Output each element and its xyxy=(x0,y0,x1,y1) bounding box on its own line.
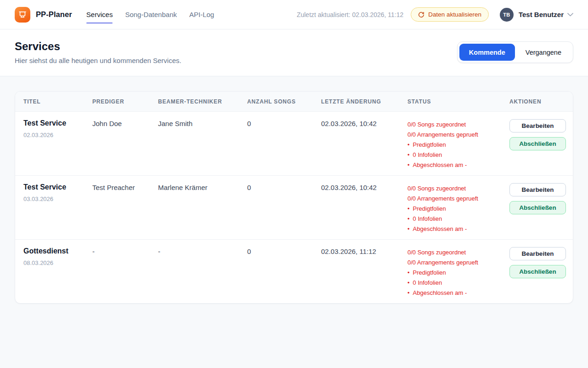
page-head: Services Hier siehst du alle heutigen un… xyxy=(0,29,588,76)
service-date: 08.03.2026 xyxy=(23,259,92,266)
service-title: Test Service xyxy=(23,119,92,128)
status-item-abgeschlossen: •Abgeschlossen am - xyxy=(407,288,509,298)
status-item-predigtfolien: •Predigtfolien xyxy=(407,140,509,150)
last-change-cell: 02.03.2026, 11:12 xyxy=(321,247,407,298)
refresh-data-button[interactable]: Daten aktualisieren xyxy=(411,7,489,22)
status-item-predigtfolien: •Predigtfolien xyxy=(407,204,509,214)
bullet-icon: • xyxy=(407,224,410,234)
bullet-icon: • xyxy=(407,214,410,224)
chevron-down-icon xyxy=(567,13,573,17)
toggle-kommende-button[interactable]: Kommende xyxy=(459,44,515,61)
status-songs-assigned: 0/0 Songs zugeordnet xyxy=(407,247,509,258)
preacher-cell: Test Preacher xyxy=(92,183,158,234)
service-title: Test Service xyxy=(23,183,92,192)
user-name: Test Benutzer xyxy=(519,11,564,18)
songs-count-cell: 0 xyxy=(247,119,321,170)
bullet-icon: • xyxy=(407,140,410,150)
edit-button[interactable]: Bearbeiten xyxy=(509,247,566,260)
status-item-label: 0 Infofolien xyxy=(413,278,442,288)
service-date: 02.03.2026 xyxy=(23,132,92,138)
topbar-right: Zuletzt aktualisiert: 02.03.2026, 11:12 … xyxy=(297,7,573,22)
bullet-icon: • xyxy=(407,160,410,170)
songs-count-cell: 0 xyxy=(247,247,321,298)
complete-button[interactable]: Abschließen xyxy=(509,137,566,150)
refresh-button-label: Daten aktualisieren xyxy=(428,11,481,18)
services-table-card: Titel Prediger Beamer-Techniker Anzahl S… xyxy=(15,91,573,304)
edit-button[interactable]: Bearbeiten xyxy=(509,183,566,196)
nav-tab-services[interactable]: Services xyxy=(86,9,113,20)
status-cell: 0/0 Songs zugeordnet 0/0 Arrangements ge… xyxy=(407,247,509,298)
status-item-abgeschlossen: •Abgeschlossen am - xyxy=(407,224,509,234)
status-item-abgeschlossen: •Abgeschlossen am - xyxy=(407,160,509,170)
main-nav: Services Song-Datenbank API-Log xyxy=(86,9,214,20)
status-item-label: Predigtfolien xyxy=(413,268,446,278)
status-cell: 0/0 Songs zugeordnet 0/0 Arrangements ge… xyxy=(407,119,509,170)
status-item-label: Predigtfolien xyxy=(413,140,446,150)
topbar: PP-Planer Services Song-Datenbank API-Lo… xyxy=(0,0,588,29)
nav-tab-api-log[interactable]: API-Log xyxy=(189,9,214,20)
page-title: Services xyxy=(15,40,181,53)
preacher-cell: John Doe xyxy=(92,119,158,170)
page-head-text: Services Hier siehst du alle heutigen un… xyxy=(15,40,181,64)
status-item-infofolien: •0 Infofolien xyxy=(407,214,509,224)
column-header-status: Status xyxy=(407,98,509,105)
bullet-icon: • xyxy=(407,268,410,278)
column-header-beamer-techniker: Beamer-Techniker xyxy=(158,98,247,105)
toggle-vergangene-button[interactable]: Vergangene xyxy=(516,44,571,61)
last-change-cell: 02.03.2026, 10:42 xyxy=(321,119,407,170)
status-songs-assigned: 0/0 Songs zugeordnet xyxy=(407,184,509,194)
edit-button[interactable]: Bearbeiten xyxy=(509,119,566,132)
user-menu-trigger[interactable]: TB Test Benutzer xyxy=(500,8,573,22)
service-title: Gottesdienst xyxy=(23,247,92,256)
user-avatar: TB xyxy=(500,8,514,22)
table-row: Test Service 03.03.2026 Test Preacher Ma… xyxy=(15,175,573,239)
table-header-row: Titel Prediger Beamer-Techniker Anzahl S… xyxy=(15,92,573,112)
column-header-anzahl-songs: Anzahl Songs xyxy=(247,98,321,105)
status-item-predigtfolien: •Predigtfolien xyxy=(407,268,509,278)
bullet-icon: • xyxy=(407,204,410,214)
status-item-label: 0 Infofolien xyxy=(413,214,442,224)
service-filter-toggle: Kommende Vergangene xyxy=(457,41,573,63)
beamer-tech-cell: Jane Smith xyxy=(158,119,247,170)
status-item-label: Predigtfolien xyxy=(413,204,446,214)
bullet-icon: • xyxy=(407,150,410,160)
column-header-letzte-aenderung: Letzte Änderung xyxy=(321,98,407,105)
column-header-prediger: Prediger xyxy=(92,98,158,105)
actions-cell: Bearbeiten Abschließen xyxy=(509,183,566,234)
column-header-titel: Titel xyxy=(23,98,92,105)
last-change-cell: 02.03.2026, 10:42 xyxy=(321,183,407,234)
songs-count-cell: 0 xyxy=(247,183,321,234)
bullet-icon: • xyxy=(407,278,410,288)
title-cell: Test Service 03.03.2026 xyxy=(23,183,92,234)
brand-home-link[interactable]: PP-Planer xyxy=(15,7,72,23)
complete-button[interactable]: Abschließen xyxy=(509,201,566,214)
status-item-label: Abgeschlossen am - xyxy=(413,224,467,234)
nav-tab-song-datenbank[interactable]: Song-Datenbank xyxy=(125,9,177,20)
table-row: Gottesdienst 08.03.2026 - - 0 02.03.2026… xyxy=(15,239,573,303)
title-cell: Test Service 02.03.2026 xyxy=(23,119,92,170)
status-item-infofolien: •0 Infofolien xyxy=(407,278,509,288)
status-arrangements-checked: 0/0 Arrangements geprueft xyxy=(407,258,509,268)
complete-button[interactable]: Abschließen xyxy=(509,265,566,278)
title-cell: Gottesdienst 08.03.2026 xyxy=(23,247,92,298)
actions-cell: Bearbeiten Abschließen xyxy=(509,247,566,298)
status-item-infofolien: •0 Infofolien xyxy=(407,150,509,160)
service-date: 03.03.2026 xyxy=(23,196,92,202)
actions-cell: Bearbeiten Abschließen xyxy=(509,119,566,170)
presentation-icon xyxy=(18,10,27,19)
preacher-cell: - xyxy=(92,247,158,298)
refresh-icon xyxy=(418,12,424,18)
app-logo xyxy=(15,7,30,23)
column-header-aktionen: Aktionen xyxy=(509,98,565,105)
page-subtitle: Hier siehst du alle heutigen und kommend… xyxy=(15,57,181,64)
status-arrangements-checked: 0/0 Arrangements geprueft xyxy=(407,194,509,204)
beamer-tech-cell: - xyxy=(158,247,247,298)
table-row: Test Service 02.03.2026 John Doe Jane Sm… xyxy=(15,112,573,175)
status-songs-assigned: 0/0 Songs zugeordnet xyxy=(407,120,509,130)
status-item-label: Abgeschlossen am - xyxy=(413,288,467,298)
last-updated-text: Zuletzt aktualisiert: 02.03.2026, 11:12 xyxy=(297,11,403,18)
bullet-icon: • xyxy=(407,288,410,298)
status-arrangements-checked: 0/0 Arrangements geprueft xyxy=(407,130,509,140)
content-area: Titel Prediger Beamer-Techniker Anzahl S… xyxy=(0,76,588,304)
beamer-tech-cell: Marlene Krämer xyxy=(158,183,247,234)
